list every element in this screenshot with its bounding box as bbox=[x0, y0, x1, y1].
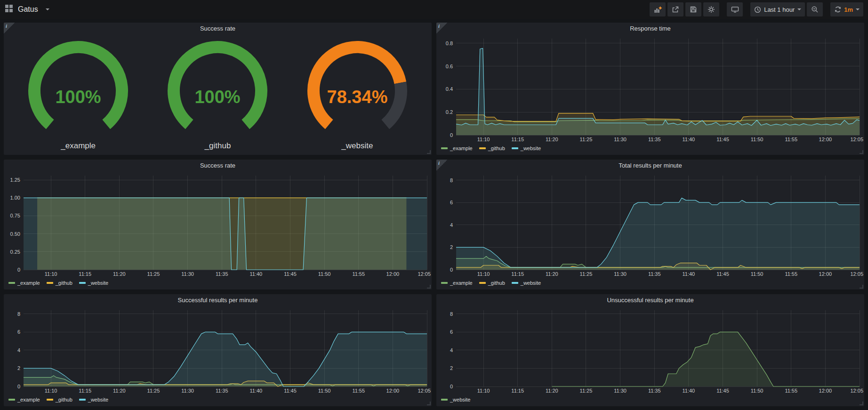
panel-title[interactable]: Total results per minute bbox=[436, 160, 864, 172]
gauge-arc-value bbox=[313, 47, 400, 124]
legend-swatch bbox=[441, 147, 448, 149]
dashboards-grid-icon[interactable] bbox=[5, 4, 13, 15]
refresh-button[interactable]: 1m bbox=[830, 2, 863, 16]
panel-successful-results: Successful results per minute 11:1011:15… bbox=[4, 294, 432, 406]
legend-label: _example bbox=[17, 397, 40, 402]
legend-item-_example[interactable]: _example bbox=[441, 280, 473, 286]
tv-mode-button[interactable] bbox=[727, 2, 743, 16]
y-tick-label: 0.2 bbox=[446, 109, 453, 115]
y-tick-label: 0.75 bbox=[10, 213, 20, 218]
panel-title[interactable]: Response time bbox=[436, 23, 864, 35]
save-button[interactable] bbox=[685, 2, 701, 16]
x-tick-label: 11:15 bbox=[79, 388, 91, 394]
time-series-plot[interactable]: 11:1011:1511:2011:2511:3011:3511:4011:45… bbox=[4, 172, 432, 278]
x-tick-label: 11:55 bbox=[352, 388, 365, 394]
refresh-interval-label: 1m bbox=[844, 6, 853, 13]
panel-title[interactable]: Success rate bbox=[4, 23, 432, 35]
gauge-value: 100% bbox=[195, 87, 241, 107]
legend-item-_github[interactable]: _github bbox=[479, 145, 505, 151]
panel-title[interactable]: Unsuccessful results per minute bbox=[436, 294, 864, 306]
time-range-label: Last 1 hour bbox=[764, 6, 795, 13]
zoom-out-button[interactable] bbox=[807, 2, 823, 16]
gauge-group: 100%_example100%_github78.34%_website bbox=[4, 35, 432, 155]
legend-item-_website[interactable]: _website bbox=[79, 280, 108, 286]
x-tick-label: 11:25 bbox=[580, 388, 593, 394]
dashboard-caret-down-icon[interactable] bbox=[46, 8, 49, 10]
x-tick-label: 11:35 bbox=[216, 388, 228, 394]
x-tick-label: 11:35 bbox=[648, 271, 661, 277]
legend-item-_example[interactable]: _example bbox=[8, 280, 40, 286]
y-tick-label: 0 bbox=[450, 132, 453, 138]
legend-item-_github[interactable]: _github bbox=[47, 280, 72, 286]
x-tick-label: 12:05 bbox=[418, 271, 431, 277]
legend-item-_example[interactable]: _example bbox=[8, 397, 40, 402]
panel-response-time: i Response time 11:1011:1511:2011:2511:3… bbox=[436, 23, 864, 155]
gauge-_github: 100%_github bbox=[163, 37, 272, 151]
legend: _example_github_website bbox=[436, 278, 864, 289]
time-range-button[interactable]: Last 1 hour bbox=[750, 2, 805, 16]
panel-title[interactable]: Success rate bbox=[4, 160, 432, 172]
add-panel-button[interactable] bbox=[650, 2, 666, 16]
legend-swatch bbox=[441, 399, 448, 401]
legend-item-_github[interactable]: _github bbox=[479, 280, 505, 286]
refresh-caret-down-icon bbox=[856, 8, 860, 10]
time-series-plot[interactable]: 11:1011:1511:2011:2511:3011:3511:4011:45… bbox=[436, 306, 864, 395]
legend-item-_github[interactable]: _github bbox=[47, 397, 72, 402]
legend-swatch bbox=[441, 282, 448, 284]
x-tick-label: 11:10 bbox=[477, 388, 490, 394]
y-tick-label: 6 bbox=[450, 329, 453, 335]
legend-label: _github bbox=[488, 145, 505, 151]
legend-label: _website bbox=[521, 280, 541, 286]
legend-item-_website[interactable]: _website bbox=[512, 280, 541, 286]
y-tick-label: 0.50 bbox=[10, 231, 20, 237]
legend-label: _github bbox=[488, 280, 505, 286]
y-tick-label: 1.25 bbox=[10, 177, 20, 183]
navbar: Gatus bbox=[0, 0, 868, 19]
y-tick-label: 0.8 bbox=[446, 40, 453, 46]
x-tick-label: 11:40 bbox=[683, 137, 695, 142]
x-tick-label: 11:30 bbox=[614, 388, 627, 394]
gauge-label: _example bbox=[61, 141, 96, 151]
gauge-value: 78.34% bbox=[327, 87, 387, 107]
x-tick-label: 11:45 bbox=[284, 271, 297, 277]
x-tick-label: 12:00 bbox=[819, 388, 832, 394]
x-tick-label: 11:35 bbox=[648, 137, 661, 142]
x-tick-label: 11:25 bbox=[147, 271, 160, 277]
legend-item-_website[interactable]: _website bbox=[79, 397, 108, 402]
legend-swatch bbox=[479, 147, 486, 149]
time-series-plot[interactable]: 11:1011:1511:2011:2511:3011:3511:4011:45… bbox=[436, 35, 864, 144]
x-tick-label: 11:40 bbox=[250, 388, 263, 394]
legend-label: _github bbox=[56, 280, 72, 286]
x-tick-label: 11:45 bbox=[284, 388, 297, 394]
x-tick-label: 11:50 bbox=[318, 388, 331, 394]
legend-label: _github bbox=[56, 397, 72, 402]
settings-button[interactable] bbox=[703, 2, 719, 16]
series-fill-_website bbox=[456, 198, 860, 270]
y-tick-label: 0.6 bbox=[446, 64, 453, 69]
panel-info-icon[interactable]: i bbox=[436, 23, 448, 34]
x-tick-label: 11:55 bbox=[785, 137, 797, 142]
clock-icon bbox=[754, 6, 761, 13]
x-tick-label: 11:20 bbox=[113, 271, 126, 277]
x-tick-label: 11:20 bbox=[546, 388, 558, 394]
time-series-plot[interactable]: 11:1011:1511:2011:2511:3011:3511:4011:45… bbox=[4, 306, 432, 395]
time-series-plot[interactable]: 11:1011:1511:2011:2511:3011:3511:4011:45… bbox=[436, 172, 864, 278]
panel-title[interactable]: Successful results per minute bbox=[4, 294, 432, 306]
legend-item-_example[interactable]: _example bbox=[441, 145, 473, 151]
legend-item-_website[interactable]: _website bbox=[441, 397, 470, 402]
x-tick-label: 11:30 bbox=[181, 271, 194, 277]
gauge-_example: 100%_example bbox=[24, 37, 133, 151]
panel-info-icon[interactable]: i bbox=[436, 160, 448, 171]
dashboard-grid: i Success rate 100%_example100%_github78… bbox=[0, 19, 868, 410]
legend-label: _website bbox=[521, 145, 541, 151]
panel-success-rate-gauges: i Success rate 100%_example100%_github78… bbox=[4, 23, 432, 155]
series-fill-_website bbox=[552, 332, 860, 386]
x-tick-label: 11:55 bbox=[785, 271, 797, 277]
panel-info-icon[interactable]: i bbox=[4, 23, 15, 34]
dashboard-title[interactable]: Gatus bbox=[18, 5, 38, 14]
legend-swatch bbox=[512, 282, 518, 284]
share-button[interactable] bbox=[667, 2, 683, 16]
x-tick-label: 11:55 bbox=[785, 388, 797, 394]
x-tick-label: 11:10 bbox=[45, 271, 57, 277]
legend-item-_website[interactable]: _website bbox=[512, 145, 541, 151]
